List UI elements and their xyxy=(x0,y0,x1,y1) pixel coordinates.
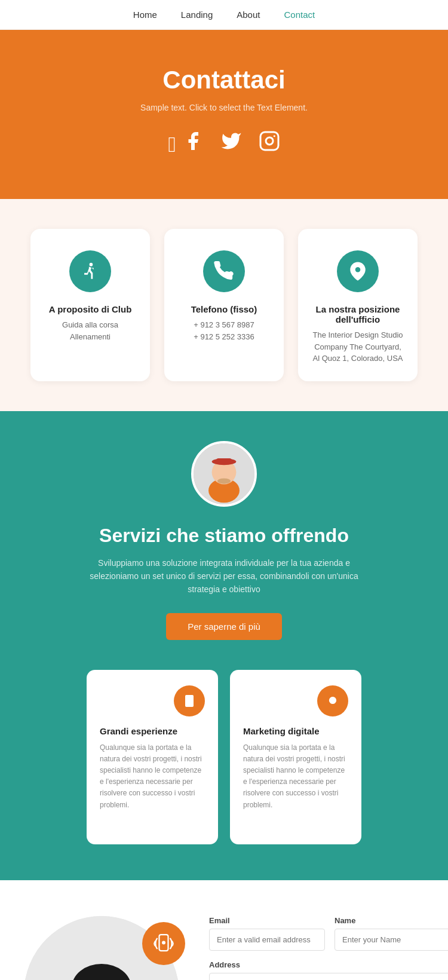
email-input[interactable] xyxy=(209,929,325,951)
lightbulb-icon xyxy=(317,685,348,716)
service1-desc: Qualunque sia la portata e la natura dei… xyxy=(100,742,205,811)
service-cards: Grandi esperienze Qualunque sia la porta… xyxy=(36,670,412,844)
form-group-name: Name xyxy=(335,916,448,951)
nav-landing[interactable]: Landing xyxy=(181,10,213,20)
svg-point-3 xyxy=(355,267,361,272)
svg-point-2 xyxy=(90,263,93,267)
contact-right: Email Name Address Message INVIA Immagin… xyxy=(209,916,448,980)
svg-point-25 xyxy=(162,941,165,944)
card-club: A proposito di Club Guida alla corsa All… xyxy=(30,229,150,381)
card-location: La nostra posizione dell'ufficio The Int… xyxy=(298,229,418,381)
service1-title: Grandi esperienze xyxy=(100,726,205,736)
main-nav: Home Landing About Contact xyxy=(0,0,448,30)
card-phone: Telefono (fisso) + 912 3 567 8987 + 912 … xyxy=(164,229,284,381)
card-club-line2: Allenamenti xyxy=(42,331,138,343)
teal-description: Sviluppiamo una soluzione integrata indi… xyxy=(75,556,373,596)
teal-heading: Servizi che stiamo offrendo xyxy=(36,525,412,547)
contact-section: Email Name Address Message INVIA Immagin… xyxy=(0,880,448,980)
hero-section: Contattaci Sample text. Click to select … xyxy=(0,30,448,199)
person-avatar xyxy=(191,441,257,507)
teal-section: Servizi che stiamo offrendo Sviluppiamo … xyxy=(0,411,448,880)
address-input[interactable] xyxy=(209,973,448,980)
social-icons:  xyxy=(24,130,424,157)
card-phone-num2: + 912 5 252 3336 xyxy=(176,331,272,343)
learn-more-button[interactable]: Per saperne di più xyxy=(166,613,282,640)
instagram-icon[interactable] xyxy=(259,130,280,157)
svg-rect-8 xyxy=(216,458,232,464)
phone-icon xyxy=(203,250,245,292)
nav-home[interactable]: Home xyxy=(133,10,157,20)
run-icon xyxy=(69,250,111,292)
facebook-icon[interactable]:  xyxy=(168,130,203,157)
svg-rect-0 xyxy=(260,132,278,150)
nav-about[interactable]: About xyxy=(237,10,260,20)
card-club-line1: Guida alla corsa xyxy=(42,319,138,331)
card-location-title: La nostra posizione dell'ufficio xyxy=(310,304,406,324)
service2-desc: Qualunque sia la portata e la natura dei… xyxy=(243,742,348,811)
card-phone-num1: + 912 3 567 8987 xyxy=(176,319,272,331)
card-club-title: A proposito di Club xyxy=(42,304,138,314)
phone-badge-icon xyxy=(142,922,185,965)
card-location-address: The Interior Design Studio Company The C… xyxy=(310,329,406,365)
form-row-email-name: Email Name xyxy=(209,916,448,951)
form-group-address: Address xyxy=(209,960,448,980)
service-card-marketing: Marketing digitale Qualunque sia la port… xyxy=(230,670,361,844)
name-input[interactable] xyxy=(335,929,448,951)
nav-contact[interactable]: Contact xyxy=(284,10,315,20)
svg-point-9 xyxy=(217,478,231,483)
mobile-icon xyxy=(174,685,205,716)
hero-title: Contattaci xyxy=(24,66,424,94)
hero-subtitle: Sample text. Click to select the Text El… xyxy=(24,103,424,112)
location-icon xyxy=(337,250,379,292)
service-card-experiences: Grandi esperienze Qualunque sia la porta… xyxy=(87,670,218,844)
twitter-icon[interactable] xyxy=(220,130,242,157)
contact-left xyxy=(24,916,191,980)
form-group-email: Email xyxy=(209,916,325,951)
address-label: Address xyxy=(209,960,448,969)
name-label: Name xyxy=(335,916,448,925)
card-phone-title: Telefono (fisso) xyxy=(176,304,272,314)
email-label: Email xyxy=(209,916,325,925)
info-cards-section: A proposito di Club Guida alla corsa All… xyxy=(0,199,448,411)
service2-title: Marketing digitale xyxy=(243,726,348,736)
